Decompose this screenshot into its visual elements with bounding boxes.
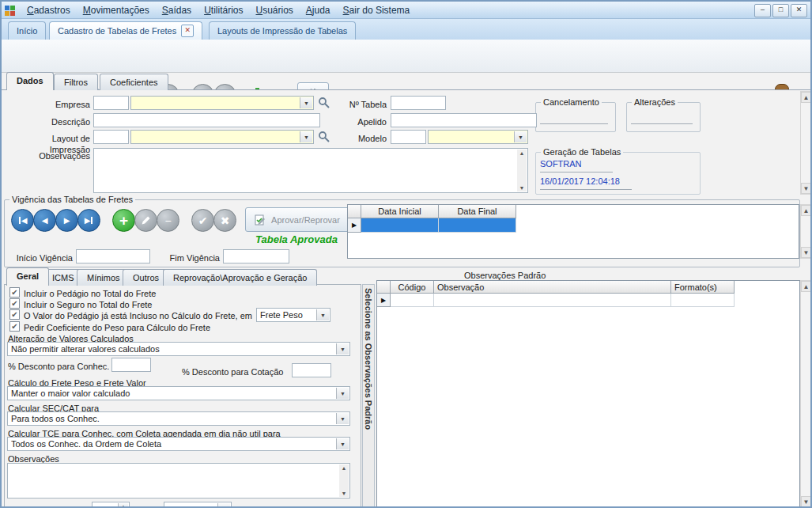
scroll-up-icon[interactable]: ▲	[801, 281, 811, 292]
dropdown-icon[interactable]: ▼	[300, 97, 312, 108]
dropdown-icon[interactable]: ▼	[336, 343, 349, 354]
tab-filtros[interactable]: Filtros	[54, 74, 98, 90]
modelo-label: Modelo	[347, 133, 387, 144]
seccat-combo[interactable]: Para todos os Conhec. ▼	[7, 411, 350, 426]
empresa-lookup-icon[interactable]	[318, 97, 330, 109]
vigencia-first-button[interactable]: ◀	[11, 209, 34, 232]
bottom-spin-field[interactable]: ▲▼	[92, 502, 130, 508]
checkbox-pedagio-total[interactable]: ✔	[9, 287, 20, 298]
layout-combo[interactable]: ▼	[130, 130, 314, 144]
dropdown-icon[interactable]: ▼	[336, 438, 349, 449]
vigencia-delete-button[interactable]: −	[157, 209, 179, 232]
observacoes-memo[interactable]: ▲ ▼	[93, 148, 528, 193]
checkbox-pedagio-incluso[interactable]: ✔	[9, 309, 20, 320]
modelo-code-field[interactable]	[391, 130, 426, 144]
fim-vigencia-label: Fim Vigência	[161, 252, 220, 263]
dropdown-icon[interactable]: ▼	[300, 131, 312, 142]
calculo-frete-combo[interactable]: Manter o maior valor calculado ▼	[7, 386, 350, 400]
inicio-vigencia-field[interactable]	[76, 249, 150, 263]
tab-reprovacao-aprovacao[interactable]: Reprovação\Aprovação e Geração	[163, 269, 317, 286]
layout-code-field[interactable]	[93, 130, 129, 144]
vigencia-last-button[interactable]: ▶	[77, 209, 100, 232]
scroll-down-icon[interactable]: ▼	[801, 247, 811, 258]
descricao-field[interactable]	[93, 113, 320, 127]
memo-scrollbar[interactable]: ▲ ▼	[517, 150, 527, 191]
scroll-down-icon[interactable]: ▼	[519, 185, 525, 191]
close-button[interactable]: ✕	[791, 4, 807, 17]
cell-codigo[interactable]	[391, 294, 434, 307]
geracao-data-value: 16/01/2017 12:04:18	[540, 176, 632, 190]
menu-usuarios[interactable]: Usuários	[249, 3, 299, 17]
vigencia-cancel-button[interactable]: ✖	[213, 209, 236, 232]
obs-padrao-grid[interactable]: Código Observação Formato(s) ▶	[376, 280, 800, 508]
col-data-inicial[interactable]: Data Inicial	[361, 205, 439, 218]
apelido-field[interactable]	[391, 113, 537, 127]
col-codigo[interactable]: Código	[391, 281, 434, 294]
tab-inicio[interactable]: Início	[8, 21, 46, 40]
desconto-conhec-field[interactable]	[111, 358, 151, 372]
pedagio-incluso-combo[interactable]: Frete Peso ▼	[256, 308, 330, 322]
layout-lookup-icon[interactable]	[318, 131, 330, 143]
checkbox-coeficiente-peso[interactable]: ✔	[9, 321, 20, 332]
cell-data-final[interactable]	[439, 218, 516, 233]
empresa-combo[interactable]: ▼	[130, 96, 314, 110]
obs-padrao-scrollbar[interactable]: ▲ ▼	[800, 280, 812, 508]
vigencia-add-button[interactable]: +	[112, 209, 135, 232]
vigencia-edit-button[interactable]	[134, 209, 157, 232]
menu-utilitarios[interactable]: Utilitários	[198, 3, 249, 17]
vigencia-grid[interactable]: Data Inicial Data Final ▶	[347, 204, 799, 259]
tab-coeficientes[interactable]: Coeficientes	[100, 74, 168, 90]
close-tab-icon[interactable]: ✕	[181, 25, 194, 37]
vigencia-grid-scrollbar[interactable]: ▲ ▼	[800, 204, 812, 259]
menu-saidas[interactable]: Saídas	[156, 3, 198, 17]
aprovar-reprovar-button[interactable]: Aprovar/Reprovar	[245, 207, 349, 232]
tab-layouts-impressao[interactable]: Layouts de Impressão de Tabelas	[209, 21, 356, 40]
menu-cadastros[interactable]: Cadastros	[21, 3, 77, 17]
dropdown-icon[interactable]: ▼	[217, 503, 230, 508]
bottom-data-combo[interactable]: ▼	[164, 502, 232, 508]
menu-movimentacoes[interactable]: Movimentações	[77, 3, 156, 17]
spinner[interactable]: ▲▼	[118, 503, 128, 508]
col-observacao[interactable]: Observação	[434, 281, 671, 294]
scroll-up-icon[interactable]: ▲	[801, 205, 811, 216]
approve-stamp-icon	[255, 214, 267, 226]
checkbox-seguro-total[interactable]: ✔	[9, 298, 20, 309]
dropdown-icon[interactable]: ▼	[316, 309, 329, 320]
modelo-combo[interactable]: ▼	[428, 130, 528, 144]
dropdown-icon[interactable]: ▼	[514, 131, 527, 142]
col-data-final[interactable]: Data Final	[439, 205, 516, 218]
scroll-down-icon[interactable]: ▼	[801, 183, 811, 194]
scroll-up-icon[interactable]: ▲	[342, 465, 347, 471]
cell-data-inicial[interactable]	[361, 218, 439, 233]
vigencia-confirm-button[interactable]: ✔	[191, 209, 214, 232]
form-scrollbar[interactable]: ▲ ▼	[800, 91, 812, 195]
scroll-up-icon[interactable]: ▲	[801, 92, 811, 103]
scroll-down-icon[interactable]: ▼	[801, 496, 811, 507]
menu-sair[interactable]: Sair do Sistema	[337, 3, 417, 17]
tce-combo[interactable]: Todos os Conhec. da Ordem de Coleta ▼	[7, 437, 350, 451]
maximize-button[interactable]: □	[772, 4, 789, 17]
alteracao-valores-combo[interactable]: Não permitir alterar valores calculados …	[7, 342, 350, 356]
memo-scrollbar[interactable]: ▲ ▼	[339, 464, 349, 497]
minimize-button[interactable]: –	[754, 4, 771, 17]
geracao-sistema-value: SOFTRAN	[540, 159, 613, 172]
vigencia-prev-button[interactable]: ◀	[33, 209, 56, 232]
geral-observacoes-memo[interactable]: ▲ ▼	[7, 463, 350, 499]
vigencia-next-button[interactable]: ▶	[55, 209, 78, 232]
col-formatos[interactable]: Formato(s)	[671, 281, 735, 294]
dropdown-icon[interactable]: ▼	[336, 388, 349, 399]
empresa-code-field[interactable]	[93, 96, 129, 110]
ntabela-field[interactable]	[391, 96, 446, 110]
dropdown-icon[interactable]: ▼	[336, 413, 349, 424]
minus-icon: −	[164, 215, 171, 226]
scroll-up-icon[interactable]: ▲	[519, 150, 525, 156]
fim-vigencia-field[interactable]	[223, 249, 289, 263]
cell-formatos[interactable]	[671, 294, 735, 307]
tab-geral[interactable]: Geral	[6, 267, 49, 286]
tab-cadastro-tabelas-fretes[interactable]: Cadastro de Tabelas de Fretes ✕	[49, 21, 202, 40]
tab-dados[interactable]: Dados	[6, 72, 54, 90]
menu-ajuda[interactable]: Ajuda	[300, 3, 337, 17]
cell-observacao[interactable]	[434, 294, 671, 307]
scroll-down-icon[interactable]: ▼	[342, 491, 347, 496]
desconto-cotacao-field[interactable]	[292, 363, 331, 377]
